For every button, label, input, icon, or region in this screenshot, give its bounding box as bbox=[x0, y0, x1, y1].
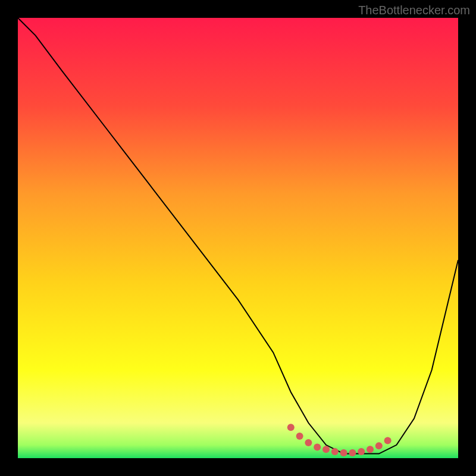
optimal-point bbox=[296, 433, 303, 440]
optimal-point bbox=[322, 446, 330, 453]
chart-container: TheBottlenecker.com bbox=[0, 0, 476, 476]
optimal-point bbox=[305, 439, 312, 446]
optimal-point bbox=[384, 437, 392, 444]
optimal-point bbox=[349, 449, 356, 456]
gradient-background bbox=[18, 18, 458, 458]
watermark-text: TheBottlenecker.com bbox=[358, 4, 470, 17]
plot-area bbox=[18, 18, 458, 458]
optimal-point bbox=[375, 442, 383, 449]
optimal-point bbox=[367, 446, 374, 453]
chart-svg bbox=[18, 18, 458, 458]
optimal-point bbox=[358, 448, 365, 455]
optimal-point bbox=[287, 424, 295, 431]
optimal-point bbox=[314, 444, 321, 451]
optimal-point bbox=[340, 449, 347, 456]
optimal-point bbox=[331, 448, 339, 455]
